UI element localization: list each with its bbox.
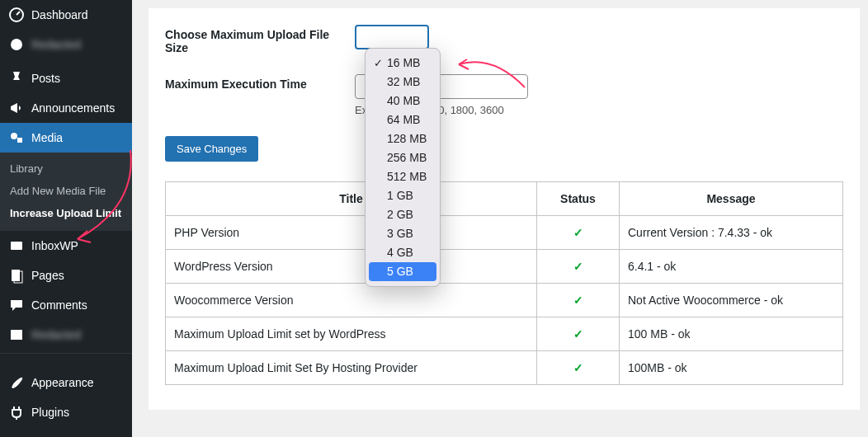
table-row: Woocommerce Version ✓ Not Active Woocomm… bbox=[166, 284, 843, 317]
cell-title: Woocommerce Version bbox=[166, 284, 537, 317]
cell-title: WordPress Version bbox=[166, 250, 537, 284]
sidebar-item-plugins[interactable]: Plugins bbox=[0, 397, 132, 427]
exec-time-label: Maximum Execution Time bbox=[165, 74, 355, 91]
sidebar-item-appearance[interactable]: Appearance bbox=[0, 368, 132, 397]
th-title: Title bbox=[166, 182, 537, 216]
megaphone-icon bbox=[8, 100, 25, 116]
cell-status: ✓ bbox=[537, 284, 620, 317]
sidebar-item-redacted-2[interactable]: Redacted bbox=[0, 320, 132, 350]
menu-label: Pages bbox=[31, 269, 64, 282]
menu-label: Redacted bbox=[31, 38, 81, 51]
comments-icon bbox=[8, 297, 25, 313]
cell-message: Not Active Woocommerce - ok bbox=[620, 284, 843, 317]
option-256mb[interactable]: 256 MB bbox=[369, 148, 436, 167]
upload-size-dropdown[interactable]: 16 MB 32 MB 40 MB 64 MB 128 MB 256 MB 51… bbox=[365, 48, 441, 287]
cell-title: Maximum Upload Limit Set By Hosting Prov… bbox=[166, 351, 537, 385]
settings-panel: Choose Maximum Upload File Size Maximum … bbox=[149, 8, 860, 410]
option-2gb[interactable]: 2 GB bbox=[369, 205, 436, 224]
submenu-increase-upload[interactable]: Increase Upload Limit bbox=[0, 202, 132, 224]
pages-icon bbox=[8, 267, 25, 284]
menu-label: Appearance bbox=[31, 376, 94, 389]
status-table: Title Status Message PHP Version ✓ Curre… bbox=[165, 181, 843, 385]
option-4gb[interactable]: 4 GB bbox=[369, 243, 436, 262]
option-128mb[interactable]: 128 MB bbox=[369, 129, 436, 148]
max-upload-label: Choose Maximum Upload File Size bbox=[165, 25, 355, 54]
svg-rect-3 bbox=[11, 242, 22, 250]
sidebar-item-comments[interactable]: Comments bbox=[0, 290, 132, 320]
inbox-icon bbox=[8, 237, 25, 254]
cell-status: ✓ bbox=[537, 250, 620, 284]
option-512mb[interactable]: 512 MB bbox=[369, 167, 436, 186]
option-64mb[interactable]: 64 MB bbox=[369, 110, 436, 129]
sidebar-item-media[interactable]: Media bbox=[0, 123, 132, 153]
sidebar-item-inboxwp[interactable]: InboxWP bbox=[0, 231, 132, 261]
menu-label: Comments bbox=[31, 298, 87, 312]
plugin-icon bbox=[8, 404, 25, 421]
cell-title: PHP Version bbox=[166, 216, 537, 250]
table-row: Maximum Upload Limit Set By Hosting Prov… bbox=[166, 351, 843, 385]
option-32mb[interactable]: 32 MB bbox=[369, 73, 436, 92]
option-40mb[interactable]: 40 MB bbox=[369, 92, 436, 110]
option-1gb[interactable]: 1 GB bbox=[369, 186, 436, 205]
table-row: Maximum Upload Limit set by WordPress ✓ … bbox=[166, 317, 843, 351]
submenu-add-new[interactable]: Add New Media File bbox=[0, 180, 132, 202]
th-message: Message bbox=[620, 182, 843, 216]
table-row: PHP Version ✓ Current Version : 7.4.33 -… bbox=[166, 216, 843, 250]
menu-label: Redacted bbox=[31, 328, 81, 341]
sidebar-item-dashboard[interactable]: Dashboard bbox=[0, 0, 132, 30]
dashboard-icon bbox=[8, 7, 25, 23]
menu-label: Media bbox=[31, 131, 63, 144]
th-status: Status bbox=[537, 182, 620, 216]
brush-icon bbox=[8, 374, 25, 391]
cell-message: 6.4.1 - ok bbox=[620, 250, 843, 284]
cell-status: ✓ bbox=[537, 351, 620, 385]
svg-rect-6 bbox=[11, 330, 22, 340]
cell-status: ✓ bbox=[537, 216, 620, 250]
sidebar-item-redacted-1[interactable]: Redacted bbox=[0, 30, 132, 59]
sidebar-item-announcements[interactable]: Announcements bbox=[0, 93, 132, 123]
pin-icon bbox=[8, 70, 25, 87]
admin-sidebar: Dashboard Redacted Posts Announcements M… bbox=[0, 0, 132, 437]
cell-title: Maximum Upload Limit set by WordPress bbox=[166, 317, 537, 351]
max-upload-select[interactable] bbox=[355, 25, 429, 49]
cell-message: 100MB - ok bbox=[620, 351, 843, 385]
menu-label: Dashboard bbox=[31, 8, 88, 21]
cell-message: 100 MB - ok bbox=[620, 317, 843, 351]
option-3gb[interactable]: 3 GB bbox=[369, 224, 436, 243]
menu-label: Plugins bbox=[31, 406, 69, 419]
sidebar-item-pages[interactable]: Pages bbox=[0, 261, 132, 290]
media-icon bbox=[8, 129, 25, 146]
submenu-library[interactable]: Library bbox=[0, 157, 132, 180]
main-content: Choose Maximum Upload File Size Maximum … bbox=[132, 0, 868, 437]
sidebar-item-posts[interactable]: Posts bbox=[0, 63, 132, 93]
menu-label: Posts bbox=[31, 72, 60, 85]
option-16mb[interactable]: 16 MB bbox=[369, 54, 436, 73]
media-submenu: Library Add New Media File Increase Uplo… bbox=[0, 153, 132, 231]
svg-point-1 bbox=[11, 39, 22, 50]
option-5gb[interactable]: 5 GB bbox=[369, 262, 436, 281]
generic-icon bbox=[8, 327, 25, 343]
table-row: WordPress Version ✓ 6.4.1 - ok bbox=[166, 250, 843, 284]
menu-label: InboxWP bbox=[31, 239, 78, 252]
cell-message: Current Version : 7.4.33 - ok bbox=[620, 216, 843, 250]
menu-label: Announcements bbox=[31, 101, 115, 115]
svg-point-2 bbox=[11, 133, 17, 139]
generic-icon bbox=[8, 36, 25, 53]
save-changes-button[interactable]: Save Changes bbox=[165, 136, 258, 162]
cell-status: ✓ bbox=[537, 317, 620, 351]
